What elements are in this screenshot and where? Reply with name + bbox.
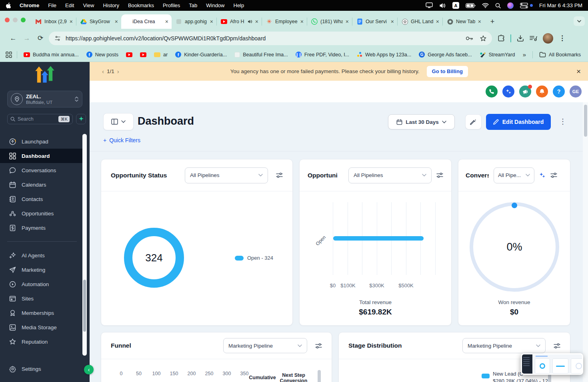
close-icon[interactable]: ×: [255, 19, 258, 24]
sidebar-search-input[interactable]: Search ⌘K: [7, 114, 73, 124]
ai-spark-button[interactable]: [76, 114, 86, 124]
card-filter-icon[interactable]: [276, 172, 283, 179]
spotlight-icon[interactable]: [495, 3, 501, 8]
opportunity-status-donut[interactable]: 324: [124, 228, 184, 288]
menu-tab[interactable]: Tab: [189, 2, 197, 8]
menu-help[interactable]: Help: [234, 2, 244, 8]
main-scrollbar-thumb[interactable]: [584, 105, 587, 137]
menu-window[interactable]: Window: [206, 2, 224, 8]
sidebar-item-automation[interactable]: Automation: [0, 277, 83, 291]
reload-button[interactable]: ⟳: [34, 34, 47, 42]
menubar-clock[interactable]: Fri Mar 6 4:33 PM: [539, 2, 582, 8]
sidebar-item-launchpad[interactable]: Launchpad: [0, 134, 83, 149]
magic-wand-button[interactable]: [465, 114, 482, 129]
menu-chrome[interactable]: Chrome: [20, 2, 39, 8]
close-icon[interactable]: ×: [478, 19, 481, 24]
pipeline-select[interactable]: Marketing Pipeline: [223, 338, 307, 353]
new-tab-button[interactable]: +: [487, 16, 498, 27]
banner-close-icon[interactable]: ×: [576, 67, 581, 76]
ai-insight-icon[interactable]: [539, 172, 546, 179]
menu-edit[interactable]: Edit: [65, 2, 74, 8]
back-button[interactable]: ←: [6, 34, 20, 42]
forward-button[interactable]: →: [20, 34, 34, 42]
apps-grid-icon[interactable]: [6, 52, 12, 58]
sidebar-item-ai-agents[interactable]: AI Agents: [0, 248, 83, 263]
bookmark-youtube-2[interactable]: [140, 52, 146, 57]
sidebar-item-calendars[interactable]: Calendars: [0, 177, 83, 192]
downloads-icon[interactable]: [517, 35, 524, 42]
main-scrollbar-track[interactable]: [583, 102, 588, 382]
bookmark-beautiful-free-images[interactable]: Beautiful Free Ima...: [234, 52, 288, 58]
close-icon[interactable]: ×: [165, 19, 168, 24]
help-button[interactable]: ?: [553, 86, 565, 97]
menu-profiles[interactable]: Profiles: [163, 2, 180, 8]
close-icon[interactable]: ×: [115, 19, 118, 24]
tab-whatsapp[interactable]: (181) Wha ×: [307, 14, 352, 29]
siri-icon[interactable]: [507, 2, 514, 9]
menu-history[interactable]: History: [103, 2, 119, 8]
bookmark-new-posts[interactable]: fNew posts: [86, 52, 118, 58]
card-filter-icon[interactable]: [315, 342, 322, 349]
tab-audio-icon[interactable]: [248, 20, 252, 24]
tab-search-button[interactable]: [574, 16, 585, 26]
ai-sparkle-button[interactable]: [502, 86, 514, 97]
bookmarks-overflow-chevron[interactable]: »: [523, 51, 526, 58]
dashboard-options-kebab[interactable]: ⋮: [559, 117, 566, 126]
tab-new-tab[interactable]: New Tab ×: [443, 14, 484, 29]
battery-icon[interactable]: [466, 3, 476, 8]
tab-skygrow[interactable]: SkyGrow ×: [76, 14, 121, 29]
edit-dashboard-button[interactable]: Edit Dashboard: [486, 114, 551, 130]
pipeline-select[interactable]: All Pipelines: [348, 167, 432, 183]
password-key-icon[interactable]: [466, 36, 474, 41]
bookmark-buddha-mix[interactable]: Buddha mix annua...: [24, 52, 79, 58]
reading-list-icon[interactable]: [530, 35, 537, 42]
bookmark-free-pdf-video[interactable]: ❙❙Free PDF, Video, I...: [296, 52, 349, 58]
tab-inbox[interactable]: Inbox (2,9 ×: [31, 14, 76, 29]
sidebar-item-marketing[interactable]: Marketing: [0, 263, 83, 277]
dashboard-switcher-button[interactable]: [103, 113, 134, 130]
tab-our-services[interactable]: Our Servi ×: [352, 14, 397, 29]
close-icon[interactable]: ×: [300, 19, 304, 24]
date-range-button[interactable]: Last 30 Days: [388, 114, 455, 129]
site-settings-icon[interactable]: [54, 35, 61, 42]
profile-avatar[interactable]: [543, 33, 553, 44]
tab-idea-crea-active[interactable]: iDea Crea ×: [121, 14, 172, 29]
pipeline-select[interactable]: Marketing Pipeline: [462, 338, 546, 353]
all-bookmarks[interactable]: All Bookmarks: [539, 52, 581, 58]
apple-icon[interactable]: [6, 2, 11, 8]
sidebar-item-memberships[interactable]: Memberships: [0, 306, 83, 320]
minimize-window-button[interactable]: [13, 18, 18, 22]
close-window-button[interactable]: [5, 18, 10, 22]
bookmark-web-apps-123apps[interactable]: Web Apps by 123a...: [357, 52, 411, 58]
legend-item[interactable]: Open - 324: [235, 255, 273, 261]
volume-icon[interactable]: [439, 3, 446, 8]
funnel-scrollbar-thumb[interactable]: [318, 370, 321, 382]
bookmark-ar[interactable]: ar: [154, 52, 168, 58]
zoom-window-button[interactable]: [21, 18, 26, 22]
tab-employee[interactable]: ✳ Employee ×: [262, 14, 307, 29]
card-filter-icon[interactable]: [436, 172, 443, 179]
screenshot-preview-thumbnail[interactable]: [521, 353, 583, 375]
bookmark-george-ads[interactable]: GGeorge Ads faceb...: [419, 52, 472, 58]
account-switcher[interactable]: ZEAL. Bluffdale, UT: [7, 91, 82, 107]
tab-ghl-landing[interactable]: GHL Land ×: [398, 14, 442, 29]
tab-app-gohig[interactable]: app.gohig ×: [172, 14, 216, 29]
sidebar-scrollbar-thumb[interactable]: [83, 280, 86, 332]
sidebar-item-sites[interactable]: Sites: [0, 291, 83, 306]
pipeline-select[interactable]: All Pipe...: [494, 167, 534, 183]
sidebar-item-payments[interactable]: Payments: [0, 221, 83, 235]
banner-prev-icon[interactable]: ‹: [102, 68, 104, 75]
bookmark-streamyard[interactable]: StreamYard: [480, 52, 515, 58]
sidebar-item-settings[interactable]: Settings: [0, 362, 83, 376]
menu-bookmarks[interactable]: Bookmarks: [128, 2, 154, 8]
banner-next-icon[interactable]: ›: [117, 68, 119, 75]
sidebar-item-conversations[interactable]: Conversations: [0, 163, 83, 177]
card-filter-icon[interactable]: [554, 342, 560, 349]
tab-afro[interactable]: Afro H ×: [217, 14, 262, 29]
address-bar[interactable]: https://app.gohighlevel.com/v2/location/…: [49, 32, 492, 45]
bookmark-kinder-guarderia[interactable]: fKinder-Guardería...: [175, 52, 227, 58]
open-value-bar[interactable]: [333, 236, 424, 241]
control-center-icon[interactable]: [520, 3, 533, 8]
conversion-rate-donut[interactable]: 0%: [470, 202, 559, 292]
sidebar-item-dashboard[interactable]: Dashboard: [0, 149, 83, 163]
